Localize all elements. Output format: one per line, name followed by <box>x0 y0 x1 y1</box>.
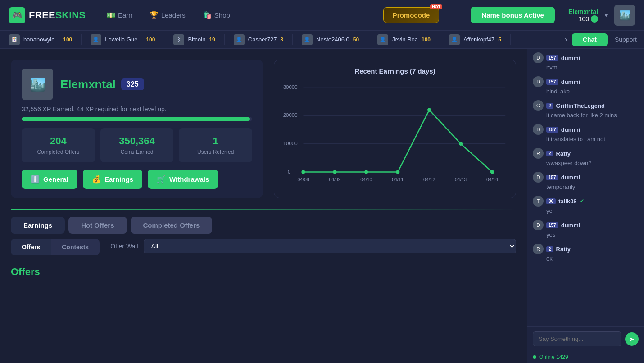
chat-msg-text-2: it came back for like 2 mins <box>533 112 639 119</box>
nav-right: Elemxntal 100 ▼ 🏙️ <box>568 5 635 26</box>
nav-link-shop[interactable]: 🛍️ Shop <box>195 7 237 23</box>
nav-link-earn[interactable]: 💵 Earn <box>99 7 140 23</box>
chat-online-status: Online 1429 <box>527 351 644 363</box>
ticker-count-1: 100 <box>146 37 155 43</box>
svg-text:0: 0 <box>288 169 290 175</box>
chat-msg-header-4: R 2 Ratty <box>533 148 639 159</box>
logo-text: FREESKINS <box>29 9 86 21</box>
chat-msg-header-7: D 157 dummi <box>533 220 639 230</box>
coin-icon <box>591 15 598 23</box>
svg-point-16 <box>333 170 336 174</box>
support-button[interactable]: Support <box>608 33 644 46</box>
earnings-label: Earnings <box>104 175 133 183</box>
filter-contests[interactable]: Contests <box>51 239 100 255</box>
ticker-item-2: ₿ Bitcoin 19 <box>164 34 224 45</box>
stat-completed-value: 204 <box>27 135 90 147</box>
ticker-right: › Chat Support <box>560 33 644 46</box>
withdrawals-button[interactable]: 🛒 Withdrawals <box>148 170 218 189</box>
ticker-count-6: 5 <box>498 37 501 43</box>
chat-msg-badge-0: 157 <box>546 55 558 61</box>
chat-send-button[interactable]: ➤ <box>625 332 639 346</box>
chat-msg-text-5: temporarily <box>533 184 639 190</box>
chat-msg-name-6: talik08 <box>558 198 576 205</box>
chat-msg-avatar-6: T <box>533 196 544 207</box>
chat-message-8: R 2 Ratty ok <box>533 244 639 262</box>
chat-msg-header-3: D 157 dummi <box>533 124 639 135</box>
chat-msg-avatar-0: D <box>533 52 544 63</box>
earnings-button[interactable]: 💰 Earnings <box>83 170 142 189</box>
chat-input-area: ➤ <box>527 326 644 351</box>
user-dropdown-arrow[interactable]: ▼ <box>603 12 609 18</box>
chat-input[interactable] <box>533 331 621 346</box>
ticker-bar: 🃏 bananowyle... 100 👤 Lowella Gue... 100… <box>0 31 644 49</box>
chat-msg-name-4: Ratty <box>556 150 571 157</box>
verified-icon: ✔ <box>580 198 584 204</box>
filter-offers[interactable]: Offers <box>11 239 51 255</box>
general-icon: ℹ️ <box>31 175 40 184</box>
chat-message-7: D 157 dummi yes <box>533 220 639 238</box>
chat-msg-header-0: D 157 dummi <box>533 52 639 63</box>
chat-message-6: T 86 talik08 ✔ ye <box>533 196 639 214</box>
ticker-count-0: 100 <box>63 37 72 43</box>
xp-fill <box>22 117 250 121</box>
svg-text:04/09: 04/09 <box>329 177 340 182</box>
earnings-icon: 💰 <box>92 175 101 184</box>
svg-text:30000: 30000 <box>283 84 298 90</box>
logo[interactable]: 🎮 FREESKINS <box>9 7 86 23</box>
svg-text:04/08: 04/08 <box>297 177 309 182</box>
svg-point-17 <box>364 170 368 174</box>
chat-msg-badge-5: 157 <box>546 175 558 180</box>
chat-msg-badge-7: 157 <box>546 222 558 228</box>
ticker-name-0: bananowyle... <box>23 36 59 43</box>
profile-top: 🏙️ Elemxntal 325 <box>22 69 252 100</box>
offer-wall-select[interactable]: All <box>144 239 516 253</box>
profile-level-badge: 325 <box>121 78 144 90</box>
xp-bar <box>22 117 252 121</box>
ticker-name-6: Affenkopf47 <box>463 36 494 43</box>
offers-section-title: Offers <box>11 266 516 278</box>
chat-msg-avatar-1: D <box>533 76 544 87</box>
ticker-item-4: 👤 Nesto2406 0 50 <box>293 34 368 45</box>
svg-point-18 <box>396 170 399 174</box>
ticker-next-btn[interactable]: › <box>560 35 572 44</box>
stats-row: 204 Completed Offers 350,364 Coins Earne… <box>22 128 252 162</box>
tab-hot-offers[interactable]: Hot Offers <box>68 217 127 234</box>
chat-msg-header-6: T 86 talik08 ✔ <box>533 196 639 207</box>
profile-avatar: 🏙️ <box>22 69 53 100</box>
coin-count: 100 <box>579 15 589 23</box>
ticker-count-3: 3 <box>280 37 283 43</box>
svg-text:10000: 10000 <box>283 141 298 146</box>
nav-link-leaders[interactable]: 🏆 Leaders <box>142 7 193 23</box>
general-label: General <box>43 175 68 183</box>
tab-earnings[interactable]: Earnings <box>11 217 65 234</box>
offer-wall-label: Offer Wall <box>110 243 138 250</box>
ticker-name-1: Lowella Gue... <box>105 36 142 43</box>
chat-msg-badge-3: 157 <box>546 127 558 133</box>
chat-messages: D 157 dummi nvm D 157 dummi hindi ako G … <box>527 49 644 326</box>
avatar-image: 🏙️ <box>619 10 630 21</box>
online-indicator <box>533 355 536 359</box>
username: Elemxntal <box>568 8 598 15</box>
stat-coins: 350,364 Coins Earned <box>100 128 174 162</box>
tab-completed-offers[interactable]: Completed Offers <box>131 217 213 234</box>
profile-name-area: Elemxntal 325 <box>60 78 144 92</box>
profile-xp-text: 32,556 XP Earned. 44 XP required for nex… <box>22 106 252 113</box>
chat-msg-name-5: dummi <box>561 174 581 181</box>
shop-label: Shop <box>214 11 230 19</box>
leaders-icon: 🏆 <box>150 11 159 19</box>
promo-button[interactable]: Promocode HOT <box>383 7 440 23</box>
nav-links: 💵 Earn 🏆 Leaders 🛍️ Shop <box>99 7 370 23</box>
ticker-avatar-0: 🃏 <box>9 34 20 45</box>
shop-icon: 🛍️ <box>203 11 212 19</box>
chat-msg-badge-1: 157 <box>546 79 558 85</box>
promo-hot-badge: HOT <box>430 4 442 9</box>
ticker-avatar-1: 👤 <box>91 34 101 45</box>
logo-icon: 🎮 <box>9 7 25 23</box>
chat-msg-name-3: dummi <box>561 126 581 133</box>
general-button[interactable]: ℹ️ General <box>22 170 77 189</box>
user-avatar-nav[interactable]: 🏙️ <box>614 5 635 26</box>
profile-section: 🏙️ Elemxntal 325 32,556 XP Earned. 44 XP… <box>11 60 516 198</box>
chat-button[interactable]: Chat <box>572 33 608 46</box>
ticker-name-3: Casper727 <box>248 36 277 43</box>
name-bonus-button[interactable]: Name bonus Active <box>471 7 555 23</box>
